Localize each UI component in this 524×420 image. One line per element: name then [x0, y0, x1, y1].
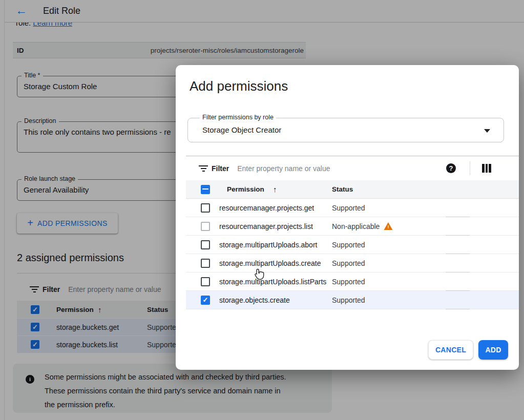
status-text: Supported: [332, 278, 365, 286]
permission-row[interactable]: storage.multipartUploads.listParts Suppo…: [186, 272, 519, 291]
app-root: role. Learn more ← Edit Role ID projects…: [0, 0, 524, 420]
row-checkbox-checked[interactable]: ✓: [201, 296, 210, 305]
permissions-filter-input[interactable]: Enter property name or value: [237, 164, 330, 173]
permission-cell: resourcemanager.projects.get: [219, 204, 314, 212]
status-cell: Supported: [332, 204, 365, 212]
status-text: Supported: [332, 241, 365, 249]
status-cell: Supported: [332, 259, 365, 267]
sort-ascending-icon[interactable]: ↑: [273, 185, 277, 194]
row-checkbox[interactable]: [201, 259, 210, 268]
permissions-table: Filter Enter property name or value ? Pe…: [186, 156, 519, 309]
add-permissions-dialog: Add permissions Filter permissions by ro…: [176, 65, 519, 370]
pointer-cursor-icon: [255, 268, 264, 282]
warning-icon: !: [384, 222, 392, 230]
status-text: Supported: [332, 259, 365, 267]
status-cell: Non-applicable !: [332, 222, 392, 230]
cancel-button[interactable]: CANCEL: [428, 340, 473, 360]
permissions-table-header: Permission ↑ Status: [186, 180, 519, 199]
toolbar-divider: [470, 161, 470, 175]
permission-row-selected[interactable]: ✓ storage.objects.create Supported: [186, 291, 519, 309]
column-permission[interactable]: Permission: [227, 185, 264, 193]
dropdown-arrow-icon: [484, 129, 490, 133]
status-text: Supported: [332, 204, 365, 212]
help-icon[interactable]: ?: [446, 163, 456, 173]
role-select-label: Filter permissions by role: [200, 114, 276, 121]
permission-row[interactable]: storage.multipartUploads.create Supporte…: [186, 254, 519, 272]
permission-row[interactable]: resourcemanager.projects.get Supported: [186, 199, 519, 217]
permissions-filter-bar: Filter Enter property name or value ?: [186, 156, 519, 180]
permission-cell: storage.multipartUploads.abort: [219, 241, 317, 249]
filter-label: Filter: [212, 164, 229, 173]
status-cell: Supported: [332, 278, 365, 286]
column-display-icon[interactable]: [482, 164, 491, 173]
add-button[interactable]: ADD: [478, 340, 508, 360]
dialog-title: Add permissions: [190, 78, 288, 94]
select-all-checkbox[interactable]: [201, 185, 210, 194]
permission-cell: storage.objects.create: [219, 296, 290, 304]
permission-cell: storage.multipartUploads.listParts: [219, 278, 326, 286]
row-checkbox[interactable]: [201, 203, 210, 213]
row-divider-segment: [446, 309, 470, 309]
column-status[interactable]: Status: [332, 185, 353, 193]
permission-row[interactable]: storage.multipartUploads.abort Supported: [186, 236, 519, 254]
row-checkbox[interactable]: [201, 277, 210, 286]
row-checkbox[interactable]: [201, 240, 210, 249]
permission-row[interactable]: resourcemanager.projects.list Non-applic…: [186, 217, 519, 236]
filter-permissions-by-role-select[interactable]: Filter permissions by role Storage Objec…: [187, 118, 504, 142]
status-text: Supported: [332, 296, 365, 304]
status-text: Non-applicable: [332, 222, 380, 230]
permission-cell: resourcemanager.projects.list: [219, 222, 313, 230]
row-checkbox-disabled: [201, 222, 210, 231]
status-cell: Supported: [332, 296, 365, 304]
role-select-value: Storage Object Creator: [202, 125, 281, 134]
permission-cell: storage.multipartUploads.create: [219, 259, 321, 267]
status-cell: Supported: [332, 241, 365, 249]
filter-list-icon: [199, 165, 208, 172]
